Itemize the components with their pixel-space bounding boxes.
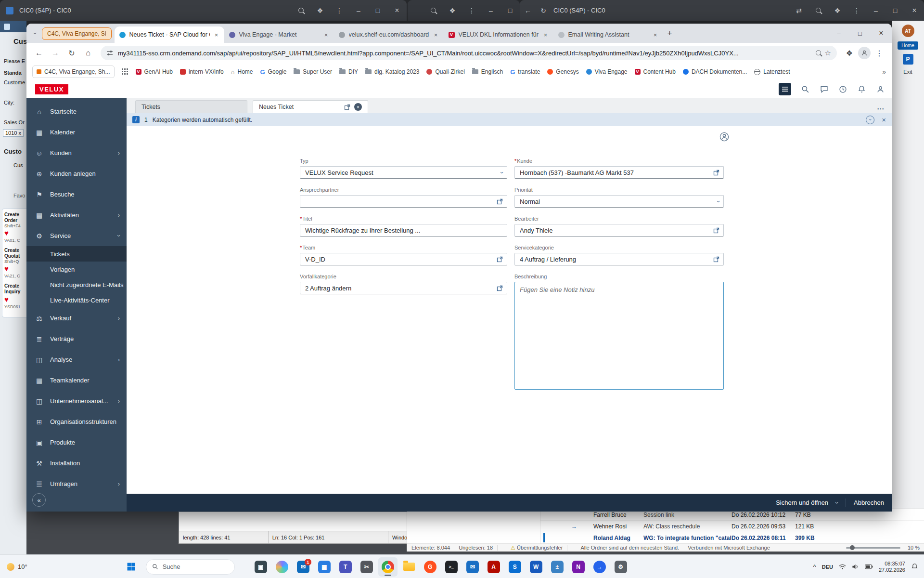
genesys-icon[interactable]: G (421, 557, 440, 577)
close-button[interactable]: × (905, 0, 924, 21)
bookmark-home[interactable]: ⌂Home (231, 68, 253, 76)
sidebar-item-nicht-zugeordnete-emails[interactable]: Nicht zugeordnete E-Mails (26, 277, 127, 292)
beschreibung-textarea[interactable] (514, 282, 724, 390)
heart-icon[interactable]: ♥ (4, 295, 26, 304)
feedback-icon[interactable] (819, 84, 829, 94)
sidebar-item-organisationsstrukturen[interactable]: ⊞Organisationsstrukturen (26, 411, 127, 432)
velux-logo[interactable]: VELUX (35, 84, 68, 94)
profile-avatar[interactable] (858, 47, 871, 59)
outlook-icon[interactable]: ✉1 (294, 557, 313, 577)
translate-extension-icon[interactable]: ⇄ (789, 0, 808, 21)
vorfallkategorie-input[interactable] (304, 284, 494, 292)
tune-icon[interactable] (106, 50, 113, 56)
sapgui-field-fragment[interactable]: 1010 x (3, 129, 24, 137)
close-button[interactable]: × (871, 24, 892, 43)
background-window-right[interactable]: ← ↻ CIC0 (S4P) - CIC0 ⇄ ❖ ⋮ – □ × (520, 0, 924, 21)
hidden-icons-chevron[interactable]: ^ (813, 563, 816, 570)
vorfallkategorie-field[interactable] (300, 282, 507, 294)
bookmark-translate[interactable]: Gtranslate (510, 68, 540, 76)
background-window-left[interactable]: CIC0 (S4P) - CIC0 ❖ ⋮ – □ × (0, 0, 407, 21)
chrome-icon[interactable] (378, 557, 398, 577)
bookmark-intern-vx[interactable]: intern-VX/info (180, 68, 224, 75)
remote-desktop-icon[interactable]: ▣ (251, 557, 270, 577)
tab-email-assistant[interactable]: Email Writing Assistant × (553, 26, 663, 43)
sidebar-item-teamkalender[interactable]: ▦Teamkalender (26, 370, 127, 391)
sidebar-item-kalender[interactable]: ▦Kalender (26, 122, 127, 143)
tab-close-icon[interactable]: × (542, 31, 550, 39)
servicekategorie-field[interactable] (514, 253, 724, 265)
zoom-extension-icon[interactable] (424, 0, 443, 21)
extensions-icon[interactable]: ❖ (842, 45, 857, 61)
calculator-icon[interactable]: ± (548, 557, 567, 577)
bookmarks-overflow-icon[interactable]: » (882, 68, 886, 76)
object-tab-neues-ticket[interactable]: Neues Ticket × (253, 100, 368, 113)
taskbar-search[interactable]: Suche (146, 559, 235, 575)
bookmark-genesys[interactable]: Genesys (547, 68, 578, 75)
outlook-classic-icon[interactable]: ✉ (463, 557, 482, 577)
history-icon[interactable] (838, 84, 847, 94)
terminal-icon[interactable]: >_ (442, 557, 461, 577)
tab-group-chip[interactable]: C4C, Viva Engange, Sh... (32, 66, 115, 78)
user-avatar[interactable]: AT (902, 25, 914, 37)
titel-input[interactable] (304, 226, 503, 235)
sapgui-tab-fragment[interactable]: Favo (13, 193, 25, 198)
bookmark-dach-dokumente[interactable]: DACH Dokumenten... (683, 68, 747, 75)
zoom-slider-thumb[interactable] (850, 545, 855, 550)
typ-select[interactable]: › (300, 166, 507, 179)
clock[interactable]: 08:35:07 27.02.2026 (879, 561, 905, 573)
teams-icon[interactable]: T (336, 557, 355, 577)
zoom-extension-icon[interactable] (808, 0, 828, 21)
copilot-icon[interactable] (272, 557, 292, 577)
acrobat-icon[interactable]: A (484, 557, 503, 577)
extensions-icon[interactable]: ❖ (310, 0, 330, 21)
value-help-icon[interactable] (497, 256, 503, 263)
mail-row-unread[interactable]: Roland Aldag WG: To integrate function "… (540, 532, 924, 544)
prioritaet-select[interactable]: › (514, 195, 724, 208)
bearbeiter-field[interactable] (514, 224, 724, 236)
tab-velux-shelf[interactable]: velux.shelf-eu.com/dashboard/ × (334, 26, 444, 43)
volume-icon[interactable] (852, 564, 859, 570)
heart-icon[interactable]: ♥ (4, 264, 26, 274)
zoom-level[interactable]: 10 % (903, 545, 924, 551)
home-button[interactable]: Home (898, 41, 918, 50)
calendar-icon[interactable]: ▦ (315, 557, 334, 577)
browser-menu-icon[interactable]: ⋮ (330, 0, 349, 21)
start-button[interactable] (122, 557, 141, 577)
more-options-icon[interactable]: ⋯ (877, 105, 884, 113)
sidebar-item-umfragen[interactable]: ☰Umfragen› (26, 473, 127, 494)
quick-assist-icon[interactable]: → (590, 557, 609, 577)
object-tab-tickets[interactable]: Tickets (135, 100, 247, 113)
sidebar-collapse-button[interactable]: « (32, 493, 46, 507)
sidebar-item-verkauf[interactable]: ⚖Verkauf› (26, 308, 127, 328)
maximize-button[interactable]: □ (849, 24, 871, 43)
bookmark-genai-hub[interactable]: VGenAI Hub (136, 68, 173, 75)
value-help-icon[interactable] (497, 285, 503, 291)
zoom-slider[interactable] (846, 547, 900, 549)
bookmark-content-hub[interactable]: VContent Hub (635, 68, 676, 75)
search-icon[interactable] (800, 84, 810, 94)
tab-search-icon[interactable]: › (29, 30, 41, 37)
back-icon[interactable]: ← (520, 0, 536, 21)
browser-menu-icon[interactable]: ⋮ (847, 0, 866, 21)
status-warning[interactable]: ⚠ Übermittlungsfehler (506, 545, 567, 551)
extensions-icon[interactable]: ❖ (443, 0, 462, 21)
value-help-icon[interactable] (713, 256, 719, 263)
sap-logon-icon[interactable]: S (505, 557, 525, 577)
maximize-button[interactable]: □ (886, 0, 905, 21)
word-icon[interactable]: W (526, 557, 546, 577)
weather-widget[interactable]: 10° (0, 563, 34, 571)
tab-close-icon[interactable]: × (432, 31, 440, 39)
close-message-icon[interactable]: × (882, 116, 886, 124)
close-button[interactable]: × (387, 0, 407, 21)
address-bar[interactable]: ☆ (101, 46, 837, 60)
sidebar-item-unternehmensanalyse[interactable]: ◫Unternehmensanal...› (26, 391, 127, 411)
minimize-button[interactable]: – (828, 24, 849, 43)
close-tab-icon[interactable]: × (354, 103, 362, 111)
expand-messages-icon[interactable]: › (866, 116, 874, 124)
tab-close-icon[interactable]: × (652, 31, 659, 39)
url-input[interactable] (117, 49, 812, 57)
titel-field[interactable] (300, 224, 507, 236)
minimize-button[interactable]: – (349, 0, 368, 21)
notification-bell-icon[interactable] (911, 563, 918, 570)
onenote-icon[interactable]: N (569, 557, 588, 577)
